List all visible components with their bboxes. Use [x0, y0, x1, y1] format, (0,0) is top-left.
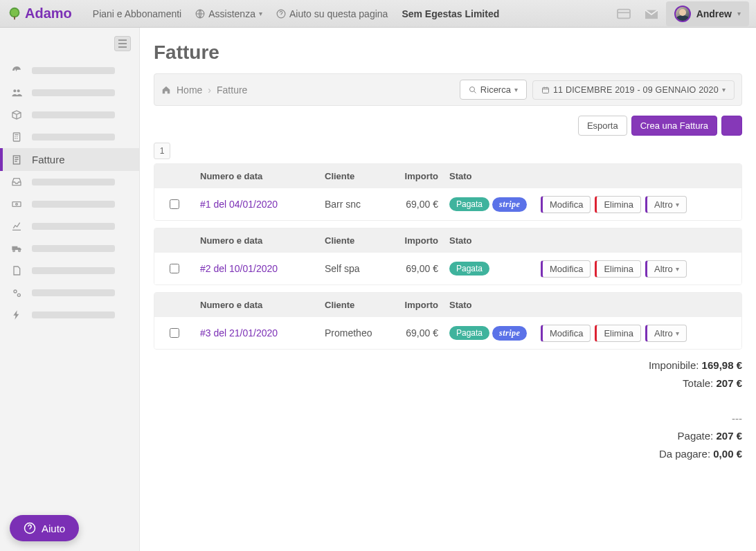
col-num: Numero e data	[195, 228, 319, 253]
nav-help-page[interactable]: Aiuto su questa pagina	[276, 8, 388, 19]
row-checkbox[interactable]	[170, 328, 179, 338]
invoice-link[interactable]: #2 del 10/01/2020	[200, 263, 278, 274]
breadcrumb-current: Fatture	[217, 84, 247, 96]
create-more-button[interactable]	[721, 116, 742, 136]
svg-point-1	[11, 8, 19, 16]
status-badge-stripe: stripe	[492, 197, 527, 212]
chevron-down-icon: ▾	[514, 86, 518, 93]
col-imp: Importo	[380, 164, 444, 188]
chevron-down-icon: ▾	[676, 201, 679, 208]
invoice-block: Numero e data Cliente Importo Stato #1 d…	[154, 163, 742, 221]
invoice-block: Numero e data Cliente Importo Stato #3 d…	[154, 292, 742, 350]
sidebar-item[interactable]	[0, 60, 139, 82]
delete-button[interactable]: Elimina	[595, 196, 641, 213]
sidebar-toggle[interactable]	[114, 36, 131, 51]
question-icon	[276, 9, 286, 19]
svg-point-13	[19, 250, 21, 252]
sidebar-item-label: Fatture	[32, 154, 128, 165]
chevron-down-icon: ▾	[259, 10, 262, 17]
edit-button[interactable]: Modifica	[541, 325, 591, 342]
status-badge-stripe: stripe	[492, 326, 527, 341]
inbox-icon	[11, 177, 22, 188]
sidebar-item[interactable]	[0, 282, 139, 304]
user-menu[interactable]: Andrew ▾	[666, 1, 749, 26]
svg-point-16	[469, 87, 474, 91]
help-widget[interactable]: Aiuto	[10, 515, 79, 541]
other-button[interactable]: Altro ▾	[645, 260, 687, 278]
brand-logo[interactable]: Adamo	[7, 6, 72, 21]
nav-company[interactable]: Sem Egestas Limited	[402, 8, 499, 19]
svg-rect-2	[14, 16, 15, 19]
invoice-icon	[11, 154, 22, 165]
svg-point-7	[17, 89, 20, 92]
invoice-block: Numero e data Cliente Importo Stato #2 d…	[154, 228, 742, 285]
main-content: Fatture Home › Fatture Ricerca ▾ 11 DICE…	[140, 28, 756, 551]
sidebar-item[interactable]	[0, 171, 139, 193]
tree-icon	[7, 6, 22, 21]
col-stato: Stato	[444, 293, 535, 317]
export-button[interactable]: Esporta	[578, 116, 627, 136]
sidebar-item[interactable]	[0, 104, 139, 126]
globe-icon	[195, 9, 205, 19]
invoice-row: #3 del 21/01/2020 Prometheo 69,00 € Paga…	[154, 317, 741, 349]
sidebar: Fatture	[0, 28, 140, 551]
pagination: 1	[154, 143, 742, 159]
sidebar-toggle-wrap	[0, 36, 139, 60]
row-checkbox[interactable]	[170, 199, 179, 209]
sidebar-item[interactable]	[0, 82, 139, 104]
sidebar-item[interactable]	[0, 260, 139, 282]
edit-button[interactable]: Modifica	[541, 260, 591, 278]
search-button[interactable]: Ricerca ▾	[460, 80, 527, 100]
invoice-amount: 69,00 €	[380, 256, 444, 281]
calc-icon	[11, 132, 22, 143]
sidebar-item[interactable]	[0, 126, 139, 148]
invoice-amount: 69,00 €	[380, 192, 444, 217]
page-title: Fatture	[154, 42, 742, 64]
other-button[interactable]: Altro ▾	[645, 325, 687, 342]
invoice-list: Numero e data Cliente Importo Stato #1 d…	[154, 163, 742, 350]
col-cli: Cliente	[319, 164, 380, 188]
help-icon	[24, 522, 36, 534]
svg-rect-5	[618, 9, 630, 18]
breadcrumb-home[interactable]: Home	[177, 84, 202, 96]
sidebar-item[interactable]	[0, 215, 139, 237]
breadcrumb: Home › Fatture	[161, 84, 460, 96]
mail-icon[interactable]	[644, 8, 659, 20]
avatar	[674, 6, 691, 22]
card-icon[interactable]	[616, 8, 631, 20]
invoice-row: #2 del 10/01/2020 Self spa 69,00 € Pagat…	[154, 253, 741, 284]
bolt-icon	[11, 309, 22, 320]
sidebar-item[interactable]	[0, 237, 139, 260]
other-button[interactable]: Altro ▾	[645, 196, 687, 213]
sidebar-item[interactable]	[0, 304, 139, 326]
row-checkbox[interactable]	[170, 264, 179, 273]
chevron-down-icon: ▾	[676, 265, 679, 273]
gauge-icon	[11, 65, 22, 76]
chevron-down-icon: ▾	[722, 86, 726, 93]
sidebar-item[interactable]	[0, 193, 139, 215]
delete-button[interactable]: Elimina	[595, 325, 641, 342]
calendar-icon	[541, 86, 550, 94]
col-cli: Cliente	[319, 228, 380, 253]
sidebar-item-fatture[interactable]: Fatture	[0, 148, 139, 171]
actions-row: Esporta Crea una Fattura	[154, 116, 742, 136]
invoice-link[interactable]: #3 del 21/01/2020	[200, 327, 278, 338]
invoice-header: Numero e data Cliente Importo Stato	[154, 293, 741, 317]
brand-name: Adamo	[25, 6, 72, 21]
delete-button[interactable]: Elimina	[595, 260, 641, 278]
invoice-client: Prometheo	[319, 320, 380, 345]
edit-button[interactable]: Modifica	[541, 196, 591, 213]
invoice-row: #1 del 04/01/2020 Barr snc 69,00 € Pagat…	[154, 188, 741, 220]
nav-plans[interactable]: Piani e Abbonamenti	[93, 8, 181, 19]
search-icon	[469, 86, 477, 94]
invoice-link[interactable]: #1 del 04/01/2020	[200, 199, 278, 210]
invoice-client: Barr snc	[319, 192, 380, 217]
svg-point-15	[17, 293, 20, 296]
nav-assist[interactable]: Assistenza ▾	[195, 8, 262, 19]
create-invoice-button[interactable]: Crea una Fattura	[631, 116, 717, 136]
svg-point-11	[16, 204, 18, 206]
page-1[interactable]: 1	[154, 143, 170, 159]
home-icon	[161, 85, 171, 95]
daterange-button[interactable]: 11 DICEMBRE 2019 - 09 GENNAIO 2020 ▾	[532, 80, 735, 100]
svg-point-14	[14, 290, 17, 293]
